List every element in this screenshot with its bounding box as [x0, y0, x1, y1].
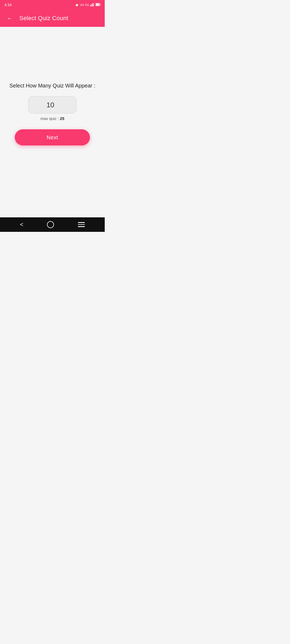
nav-back-icon: <	[20, 221, 23, 228]
next-button[interactable]: Next	[15, 129, 90, 145]
svg-rect-6	[100, 4, 100, 5]
svg-rect-5	[96, 3, 99, 6]
max-quiz-value: 25	[60, 116, 64, 121]
nav-back-button[interactable]: <	[15, 219, 29, 230]
app-bar: ← Select Quiz Count	[0, 10, 105, 27]
svg-rect-3	[94, 3, 95, 6]
nav-menu-icon	[78, 222, 85, 227]
signal-bars-icon	[90, 3, 95, 7]
quiz-count-input[interactable]	[28, 96, 77, 114]
status-bar: 4:34 ⏰ Vol 5G	[0, 0, 105, 10]
back-button[interactable]: ←	[5, 13, 14, 23]
main-content: Select How Many Quiz Will Appear : max q…	[0, 27, 105, 217]
app-bar-title: Select Quiz Count	[19, 15, 68, 22]
max-quiz-label: max quiz : 25	[40, 116, 64, 121]
battery-icon	[96, 3, 100, 7]
svg-rect-1	[92, 4, 92, 6]
alarm-icon: ⏰	[75, 3, 79, 7]
nav-home-button[interactable]	[42, 219, 59, 230]
5g-icon: 5G	[85, 3, 89, 6]
svg-rect-0	[90, 5, 91, 6]
svg-rect-2	[93, 3, 93, 6]
status-icons: ⏰ Vol 5G	[75, 3, 100, 7]
bottom-nav: <	[0, 217, 105, 232]
status-time: 4:34	[4, 3, 12, 7]
nav-home-icon	[47, 221, 54, 228]
signal-text: Vol	[80, 3, 84, 6]
prompt-text: Select How Many Quiz Will Appear :	[9, 83, 95, 89]
nav-menu-button[interactable]	[73, 220, 90, 229]
